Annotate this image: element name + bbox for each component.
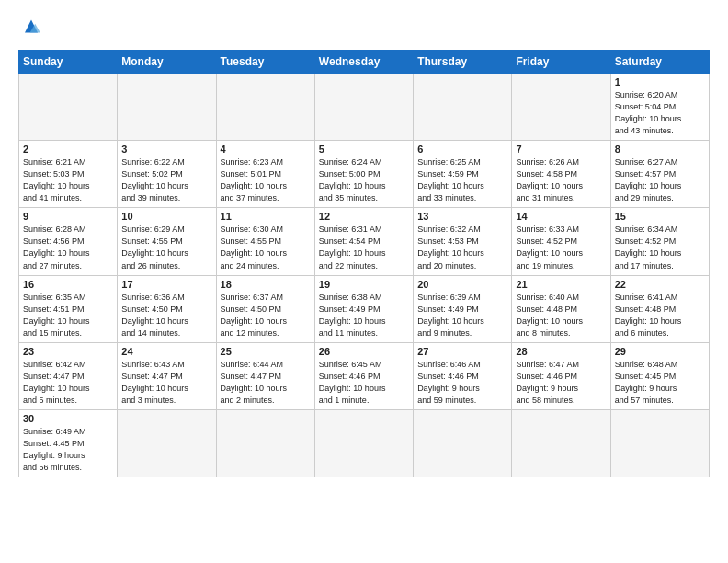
calendar-cell: 26Sunrise: 6:45 AM Sunset: 4:46 PM Dayli… bbox=[314, 342, 413, 409]
day-info: Sunrise: 6:49 AM Sunset: 4:45 PM Dayligh… bbox=[23, 426, 113, 474]
calendar-cell: 17Sunrise: 6:36 AM Sunset: 4:50 PM Dayli… bbox=[118, 275, 216, 342]
day-info: Sunrise: 6:30 AM Sunset: 4:55 PM Dayligh… bbox=[221, 224, 311, 271]
calendar-cell: 14Sunrise: 6:33 AM Sunset: 4:52 PM Dayli… bbox=[512, 208, 610, 275]
day-number: 29 bbox=[615, 346, 705, 357]
calendar-cell: 10Sunrise: 6:29 AM Sunset: 4:55 PM Dayli… bbox=[118, 208, 216, 275]
day-info: Sunrise: 6:46 AM Sunset: 4:46 PM Dayligh… bbox=[417, 359, 507, 407]
calendar-cell: 2Sunrise: 6:21 AM Sunset: 5:03 PM Daylig… bbox=[19, 141, 118, 208]
day-number: 1 bbox=[615, 76, 705, 87]
day-info: Sunrise: 6:26 AM Sunset: 4:58 PM Dayligh… bbox=[516, 156, 606, 204]
calendar-cell: 24Sunrise: 6:43 AM Sunset: 4:47 PM Dayli… bbox=[118, 342, 216, 409]
day-number: 17 bbox=[121, 279, 211, 290]
day-info: Sunrise: 6:47 AM Sunset: 4:46 PM Dayligh… bbox=[516, 359, 606, 407]
day-info: Sunrise: 6:21 AM Sunset: 5:03 PM Dayligh… bbox=[23, 156, 113, 204]
day-number: 9 bbox=[23, 211, 113, 222]
calendar-cell: 15Sunrise: 6:34 AM Sunset: 4:52 PM Dayli… bbox=[610, 208, 709, 275]
week-row-4: 23Sunrise: 6:42 AM Sunset: 4:47 PM Dayli… bbox=[19, 342, 710, 409]
day-number: 30 bbox=[23, 413, 113, 424]
calendar-cell: 16Sunrise: 6:35 AM Sunset: 4:51 PM Dayli… bbox=[19, 275, 118, 342]
day-number: 3 bbox=[121, 144, 211, 155]
calendar-cell: 21Sunrise: 6:40 AM Sunset: 4:48 PM Dayli… bbox=[512, 275, 610, 342]
calendar-cell: 11Sunrise: 6:30 AM Sunset: 4:55 PM Dayli… bbox=[216, 208, 314, 275]
weekday-header-friday: Friday bbox=[512, 51, 610, 74]
day-info: Sunrise: 6:37 AM Sunset: 4:50 PM Dayligh… bbox=[221, 292, 311, 339]
calendar-cell: 25Sunrise: 6:44 AM Sunset: 4:47 PM Dayli… bbox=[216, 342, 314, 409]
page: SundayMondayTuesdayWednesdayThursdayFrid… bbox=[0, 0, 728, 487]
week-row-2: 9Sunrise: 6:28 AM Sunset: 4:56 PM Daylig… bbox=[19, 208, 710, 275]
calendar-cell: 9Sunrise: 6:28 AM Sunset: 4:56 PM Daylig… bbox=[19, 208, 118, 275]
day-number: 13 bbox=[417, 211, 507, 222]
day-number: 26 bbox=[319, 346, 409, 357]
day-info: Sunrise: 6:38 AM Sunset: 4:49 PM Dayligh… bbox=[319, 292, 409, 339]
weekday-header-saturday: Saturday bbox=[610, 51, 709, 74]
day-number: 11 bbox=[221, 211, 311, 222]
day-info: Sunrise: 6:42 AM Sunset: 4:47 PM Dayligh… bbox=[23, 359, 113, 407]
calendar-cell bbox=[314, 74, 413, 141]
calendar-cell: 29Sunrise: 6:48 AM Sunset: 4:45 PM Dayli… bbox=[610, 342, 709, 409]
calendar-cell: 22Sunrise: 6:41 AM Sunset: 4:48 PM Dayli… bbox=[610, 275, 709, 342]
day-number: 4 bbox=[221, 144, 311, 155]
week-row-1: 2Sunrise: 6:21 AM Sunset: 5:03 PM Daylig… bbox=[19, 141, 710, 208]
weekday-header-thursday: Thursday bbox=[414, 51, 512, 74]
calendar-cell bbox=[610, 409, 709, 477]
day-info: Sunrise: 6:45 AM Sunset: 4:46 PM Dayligh… bbox=[319, 359, 409, 407]
day-number: 27 bbox=[417, 346, 507, 357]
calendar-cell: 19Sunrise: 6:38 AM Sunset: 4:49 PM Dayli… bbox=[314, 275, 413, 342]
day-number: 8 bbox=[615, 144, 705, 155]
day-info: Sunrise: 6:27 AM Sunset: 4:57 PM Dayligh… bbox=[615, 156, 705, 204]
calendar-cell bbox=[512, 74, 610, 141]
day-info: Sunrise: 6:32 AM Sunset: 4:53 PM Dayligh… bbox=[417, 224, 507, 271]
weekday-header-tuesday: Tuesday bbox=[216, 51, 314, 74]
calendar-cell bbox=[216, 409, 314, 477]
calendar: SundayMondayTuesdayWednesdayThursdayFrid… bbox=[18, 50, 710, 477]
week-row-5: 30Sunrise: 6:49 AM Sunset: 4:45 PM Dayli… bbox=[19, 409, 710, 477]
day-number: 20 bbox=[417, 279, 507, 290]
day-info: Sunrise: 6:25 AM Sunset: 4:59 PM Dayligh… bbox=[417, 156, 507, 204]
day-number: 15 bbox=[615, 211, 705, 222]
calendar-cell bbox=[314, 409, 413, 477]
calendar-cell: 3Sunrise: 6:22 AM Sunset: 5:02 PM Daylig… bbox=[118, 141, 216, 208]
calendar-cell bbox=[118, 409, 216, 477]
day-number: 25 bbox=[221, 346, 311, 357]
day-info: Sunrise: 6:40 AM Sunset: 4:48 PM Dayligh… bbox=[516, 292, 606, 339]
calendar-cell: 27Sunrise: 6:46 AM Sunset: 4:46 PM Dayli… bbox=[414, 342, 512, 409]
calendar-cell: 8Sunrise: 6:27 AM Sunset: 4:57 PM Daylig… bbox=[610, 141, 709, 208]
week-row-3: 16Sunrise: 6:35 AM Sunset: 4:51 PM Dayli… bbox=[19, 275, 710, 342]
calendar-cell bbox=[414, 409, 512, 477]
calendar-cell: 13Sunrise: 6:32 AM Sunset: 4:53 PM Dayli… bbox=[414, 208, 512, 275]
calendar-cell: 28Sunrise: 6:47 AM Sunset: 4:46 PM Dayli… bbox=[512, 342, 610, 409]
calendar-cell bbox=[216, 74, 314, 141]
day-info: Sunrise: 6:23 AM Sunset: 5:01 PM Dayligh… bbox=[221, 156, 311, 204]
calendar-cell: 12Sunrise: 6:31 AM Sunset: 4:54 PM Dayli… bbox=[314, 208, 413, 275]
week-row-0: 1Sunrise: 6:20 AM Sunset: 5:04 PM Daylig… bbox=[19, 74, 710, 141]
weekday-header-sunday: Sunday bbox=[19, 51, 118, 74]
calendar-cell bbox=[19, 74, 118, 141]
day-info: Sunrise: 6:48 AM Sunset: 4:45 PM Dayligh… bbox=[615, 359, 705, 407]
day-number: 7 bbox=[516, 144, 606, 155]
day-info: Sunrise: 6:29 AM Sunset: 4:55 PM Dayligh… bbox=[121, 224, 211, 271]
logo bbox=[18, 15, 48, 40]
day-info: Sunrise: 6:31 AM Sunset: 4:54 PM Dayligh… bbox=[319, 224, 409, 271]
day-info: Sunrise: 6:28 AM Sunset: 4:56 PM Dayligh… bbox=[23, 224, 113, 271]
day-info: Sunrise: 6:20 AM Sunset: 5:04 PM Dayligh… bbox=[615, 89, 705, 137]
day-info: Sunrise: 6:36 AM Sunset: 4:50 PM Dayligh… bbox=[121, 292, 211, 339]
calendar-cell: 1Sunrise: 6:20 AM Sunset: 5:04 PM Daylig… bbox=[610, 74, 709, 141]
day-info: Sunrise: 6:41 AM Sunset: 4:48 PM Dayligh… bbox=[615, 292, 705, 339]
day-number: 22 bbox=[615, 279, 705, 290]
calendar-cell: 20Sunrise: 6:39 AM Sunset: 4:49 PM Dayli… bbox=[414, 275, 512, 342]
header bbox=[18, 15, 710, 40]
day-number: 10 bbox=[121, 211, 211, 222]
calendar-cell bbox=[414, 74, 512, 141]
weekday-header-monday: Monday bbox=[118, 51, 216, 74]
day-number: 14 bbox=[516, 211, 606, 222]
calendar-cell: 23Sunrise: 6:42 AM Sunset: 4:47 PM Dayli… bbox=[19, 342, 118, 409]
day-number: 6 bbox=[417, 144, 507, 155]
day-number: 24 bbox=[121, 346, 211, 357]
calendar-cell: 5Sunrise: 6:24 AM Sunset: 5:00 PM Daylig… bbox=[314, 141, 413, 208]
calendar-cell bbox=[118, 74, 216, 141]
day-number: 23 bbox=[23, 346, 113, 357]
calendar-cell: 6Sunrise: 6:25 AM Sunset: 4:59 PM Daylig… bbox=[414, 141, 512, 208]
day-number: 5 bbox=[319, 144, 409, 155]
day-number: 28 bbox=[516, 346, 606, 357]
weekday-header-row: SundayMondayTuesdayWednesdayThursdayFrid… bbox=[19, 51, 710, 74]
